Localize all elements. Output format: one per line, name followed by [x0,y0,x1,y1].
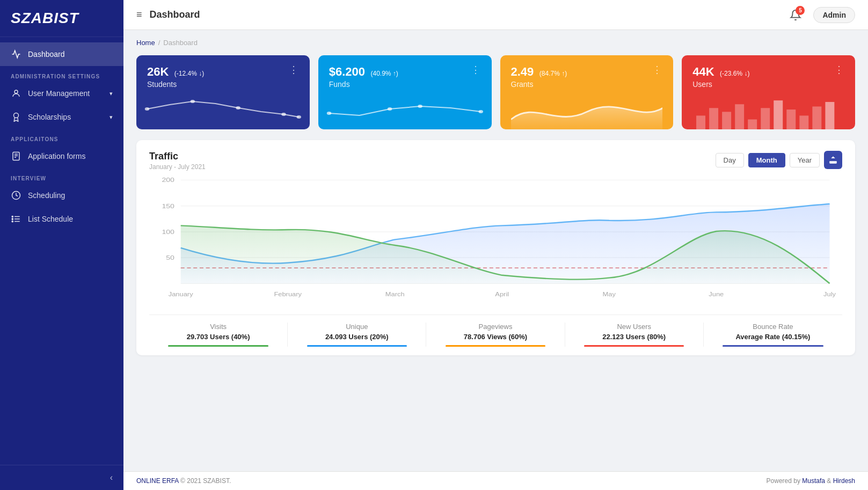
traffic-header: Traffic January - July 2021 Day Month Ye… [149,151,842,171]
stat-bottom-new-users-bar [584,345,684,347]
header: ≡ Dashboard 5 Admin [123,0,868,30]
stat-bottom-bounce-rate-value: Average Rate (40.15%) [710,333,836,341]
svg-text:50: 50 [166,254,174,261]
list-icon [11,214,21,224]
stat-card-users-label: Users [692,80,749,89]
svg-rect-23 [709,108,718,129]
svg-rect-32 [826,102,835,129]
svg-point-14 [191,100,195,103]
stat-card-grants: 2.49 (84.7% ↑) Grants ⋮ [500,55,674,129]
stats-row: 26K (-12.4% ↓) Students ⋮ [136,55,855,129]
svg-point-18 [327,112,331,115]
svg-text:100: 100 [162,228,174,235]
stat-card-grants-value: 2.49 [511,65,534,78]
svg-text:150: 150 [162,202,174,209]
svg-rect-30 [800,115,809,129]
chart-line-icon [11,49,21,60]
footer-author1[interactable]: Mustafa [802,477,825,485]
admin-button[interactable]: Admin [813,7,855,23]
menu-icon[interactable]: ≡ [136,9,142,20]
sidebar-item-scheduling[interactable]: Scheduling [0,184,123,207]
stat-bottom-unique-value: 24.093 Users (20%) [294,333,419,341]
stat-bottom-bounce-rate: Bounce Rate Average Rate (40.15%) [704,323,842,347]
breadcrumb: Home / Dashboard [136,39,855,47]
stat-bottom-pageviews-bar [446,345,546,347]
sidebar-item-dashboard[interactable]: Dashboard [0,42,123,66]
sidebar-item-dashboard-label: Dashboard [28,50,65,58]
traffic-subtitle: January - July 2021 [149,163,206,171]
breadcrumb-home[interactable]: Home [136,39,155,47]
stat-bottom-bounce-rate-bar [723,345,823,347]
stat-card-users-chart [692,93,844,120]
stat-card-students-info: 26K (-12.4% ↓) Students [147,65,204,89]
svg-point-17 [297,115,301,119]
sidebar-section-applications: APPLICAITONS [0,129,123,144]
stat-card-funds-change: (40.9% ↑) [371,70,398,77]
svg-text:June: June [709,291,724,298]
stat-card-grants-chart [511,93,663,120]
svg-rect-25 [735,104,744,129]
sidebar-item-scholarships[interactable]: Scholarships ▾ [0,105,123,129]
user-icon [11,88,21,99]
stat-card-funds-menu[interactable]: ⋮ [471,65,481,75]
upload-button[interactable] [824,151,842,169]
stat-bottom-visits-label: Visits [156,323,281,331]
stat-card-students-value-row: 26K (-12.4% ↓) [147,65,204,79]
sidebar-item-list-schedule[interactable]: List Schedule [0,207,123,231]
svg-rect-22 [696,115,705,129]
footer: ONLINE ERFA © 2021 SZABIST. Powered by M… [123,471,868,490]
sidebar-item-user-management[interactable]: User Management ▾ [0,82,123,105]
footer-left: ONLINE ERFA © 2021 SZABIST. [136,477,231,485]
stat-card-grants-value-row: 2.49 (84.7% ↑) [511,65,567,79]
period-month-button[interactable]: Month [748,153,785,167]
stat-card-funds-value: $6.200 [329,65,365,78]
stat-card-users-top: 44K (-23.6% ↓) Users ⋮ [692,65,844,89]
sidebar-item-list-schedule-label: List Schedule [28,215,73,223]
stat-card-students: 26K (-12.4% ↓) Students ⋮ [136,55,310,129]
stat-bottom-pageviews-label: Pageviews [433,323,558,331]
stat-card-users-info: 44K (-23.6% ↓) Users [692,65,749,89]
svg-point-20 [418,105,422,108]
period-year-button[interactable]: Year [790,153,820,167]
stat-card-grants-menu[interactable]: ⋮ [652,65,662,75]
stat-card-users-menu[interactable]: ⋮ [834,65,844,75]
svg-rect-24 [722,112,731,129]
svg-point-13 [145,107,149,111]
stat-bottom-pageviews-value: 78.706 Views (60%) [433,333,558,341]
breadcrumb-current: Dashboard [163,39,198,47]
svg-text:January: January [169,291,193,298]
stat-card-grants-top: 2.49 (84.7% ↑) Grants ⋮ [511,65,663,89]
footer-online-erfa-link[interactable]: ONLINE ERFA [136,477,179,485]
svg-point-12 [12,221,13,222]
chevron-down-icon: ▾ [110,90,113,97]
sidebar-logo: SZABIST [0,0,123,37]
svg-point-21 [478,110,483,113]
stat-bottom-new-users: New Users 22.123 Users (80%) [565,323,704,347]
stat-card-funds-info: $6.200 (40.9% ↑) Funds [329,65,398,89]
sidebar-collapse-button[interactable]: ‹ [0,465,123,490]
notification-button[interactable]: 5 [786,6,805,24]
stat-card-students-menu[interactable]: ⋮ [289,65,299,75]
svg-point-15 [236,106,240,109]
breadcrumb-separator: / [158,39,161,47]
stat-card-funds-label: Funds [329,80,398,89]
traffic-title-area: Traffic January - July 2021 [149,151,206,171]
svg-point-1 [14,113,19,118]
stat-bottom-visits-bar [168,345,268,347]
period-day-button[interactable]: Day [716,153,744,167]
header-left: ≡ Dashboard [136,9,200,20]
traffic-controls: Day Month Year [716,151,842,169]
svg-text:May: May [603,291,616,298]
sidebar-item-application-forms[interactable]: Application forms [0,144,123,168]
stat-bottom-unique-bar [307,345,407,347]
svg-rect-31 [813,106,822,129]
chevron-down-icon-2: ▾ [110,114,113,121]
stat-card-funds: $6.200 (40.9% ↑) Funds ⋮ [318,55,492,129]
svg-text:July: July [823,291,836,298]
stat-card-grants-label: Grants [511,80,567,89]
svg-rect-29 [787,109,796,129]
footer-author2-link[interactable]: Hirdesh [833,477,855,485]
stat-bottom-bounce-rate-label: Bounce Rate [710,323,836,331]
upload-icon [828,155,838,165]
stat-card-funds-chart [329,93,481,120]
